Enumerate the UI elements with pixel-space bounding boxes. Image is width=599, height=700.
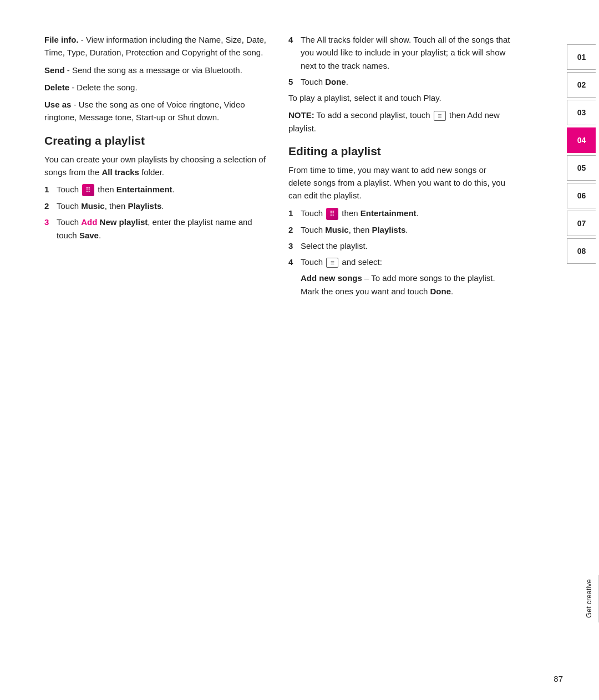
creating-heading: Creating a playlist: [44, 134, 266, 147]
chapter-tabs: 01 02 03 04 05 06 07 08: [567, 44, 599, 266]
get-creative-label: Get creative: [582, 575, 599, 622]
editing-step-3-content: Select the playlist.: [301, 239, 510, 252]
editing-step-1-num: 1: [288, 207, 301, 219]
step-2-num: 2: [44, 200, 57, 212]
chapter-tab-08[interactable]: 08: [567, 238, 596, 264]
editing-step-2-content: Touch Music, then Playlists.: [301, 223, 510, 236]
editing-step-2-playlists: Playlists: [372, 225, 405, 234]
chapter-tab-04[interactable]: 04: [567, 127, 596, 153]
note-label: NOTE:: [288, 110, 314, 120]
play-text: To play a playlist, select it and touch …: [288, 91, 510, 104]
step-5-post: .: [346, 77, 348, 86]
editing-step-4-content: Touch and select:: [301, 256, 510, 268]
step-3-save: Save: [79, 231, 99, 240]
chapter-tab-02[interactable]: 02: [567, 72, 596, 98]
note-text: To add a second playlist, touch: [314, 110, 433, 120]
menu-icon-note: [434, 111, 446, 121]
right-step-5-num: 5: [288, 75, 301, 88]
delete-heading: Delete: [44, 83, 69, 92]
step-2-content: Touch Music, then Playlists.: [57, 200, 266, 212]
step-1-num: 1: [44, 183, 57, 196]
editing-step-2: 2 Touch Music, then Playlists.: [288, 223, 510, 236]
creating-intro-post: folder.: [139, 167, 164, 177]
editing-step-2-num: 2: [288, 223, 301, 236]
chapter-tab-01[interactable]: 01: [567, 44, 596, 70]
step-5-done: Done: [325, 77, 346, 86]
all-tracks-label: All tracks: [101, 167, 139, 177]
chapter-tab-05[interactable]: 05: [567, 155, 596, 181]
page-number: 87: [554, 674, 563, 683]
editing-heading: Editing a playlist: [288, 145, 510, 158]
chapter-tab-03[interactable]: 03: [567, 100, 596, 125]
editing-step-3-num: 3: [288, 239, 301, 252]
file-info-heading: File info.: [44, 35, 79, 44]
use-as-heading: Use as: [44, 100, 71, 109]
step-1-entertainment: Entertainment: [116, 185, 172, 194]
send-heading: Send: [44, 65, 65, 75]
delete-para: Delete - Delete the song.: [44, 81, 266, 94]
apps-icon-1: [82, 184, 94, 196]
step-2-playlists: Playlists: [128, 201, 161, 211]
right-step-4-content: The All tracks folder will show. Touch a…: [301, 33, 510, 72]
step-3-new-playlist: New playlist: [100, 217, 148, 227]
creating-step-2: 2 Touch Music, then Playlists.: [44, 200, 266, 212]
apps-icon-2: [326, 208, 338, 220]
creating-step-3: 3 Touch Add New playlist, enter the play…: [44, 216, 266, 242]
editing-intro: From time to time, you may want to add n…: [288, 163, 510, 202]
menu-icon-step4: [326, 258, 338, 268]
page-container: 01 02 03 04 05 06 07 08 Get creative 87 …: [0, 0, 599, 700]
step-2-music: Music: [81, 201, 105, 211]
left-column: File info. - View information including …: [44, 33, 266, 667]
chapter-tab-07[interactable]: 07: [567, 211, 596, 236]
step-3-num: 3: [44, 216, 57, 228]
use-as-para: Use as - Use the song as one of Voice ri…: [44, 98, 266, 124]
send-para: Send - Send the song as a message or via…: [44, 64, 266, 76]
editing-step-1-content: Touch then Entertainment.: [301, 207, 510, 220]
note-para: NOTE: To add a second playlist, touch th…: [288, 109, 510, 135]
main-content: File info. - View information including …: [0, 0, 544, 700]
creating-step-1: 1 Touch then Entertainment.: [44, 183, 266, 196]
add-new-songs-done: Done: [430, 287, 451, 296]
step-3-content: Touch Add New playlist, enter the playli…: [57, 216, 266, 242]
right-column: 4 The All tracks folder will show. Touch…: [288, 33, 510, 667]
right-step-5: 5 Touch Done.: [288, 75, 510, 88]
right-step-5-content: Touch Done.: [301, 75, 510, 88]
editing-step-1-entertainment: Entertainment: [361, 208, 417, 218]
send-text: - Send the song as a message or via Blue…: [65, 65, 242, 75]
editing-step-3: 3 Select the playlist.: [288, 239, 510, 252]
right-step-4: 4 The All tracks folder will show. Touch…: [288, 33, 510, 72]
editing-step-2-music: Music: [325, 225, 349, 234]
file-info-para: File info. - View information including …: [44, 33, 266, 59]
add-new-songs-label: Add new songs: [301, 273, 362, 283]
delete-text: - Delete the song.: [69, 83, 138, 92]
creating-intro: You can create your own playlists by cho…: [44, 153, 266, 179]
editing-step-1: 1 Touch then Entertainment.: [288, 207, 510, 220]
add-new-songs-block: Add new songs – To add more songs to the…: [288, 272, 510, 298]
right-step-4-num: 4: [288, 33, 301, 46]
step-3-add: Add: [81, 217, 97, 227]
use-as-text: - Use the song as one of Voice ringtone,…: [44, 100, 245, 122]
chapter-tab-06[interactable]: 06: [567, 183, 596, 208]
editing-step-4-num: 4: [288, 256, 301, 268]
add-new-songs-post: .: [451, 287, 453, 296]
editing-step-4: 4 Touch and select:: [288, 256, 510, 268]
step-1-content: Touch then Entertainment.: [57, 183, 266, 196]
